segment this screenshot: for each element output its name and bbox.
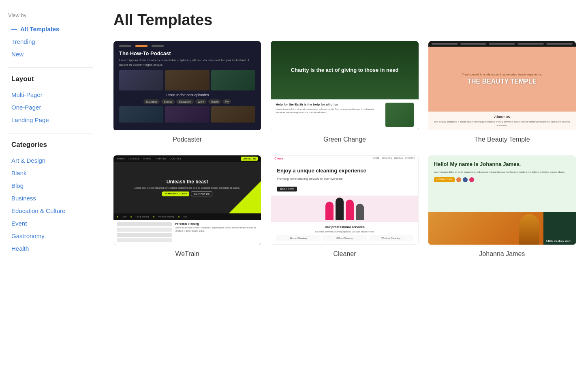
beauty-temple-name: The Beauty Temple <box>428 130 576 146</box>
sidebar-layout-nav: Multi-Pager One-Pager Landing Page <box>8 89 93 126</box>
wetrain-name: WeTrain <box>113 245 261 260</box>
template-card-podcaster[interactable]: The How-To Podcast Lorem ipsum dolor sit… <box>113 41 261 146</box>
template-grid: The How-To Podcast Lorem ipsum dolor sit… <box>113 41 576 260</box>
sidebar-item-event[interactable]: Event <box>8 217 93 229</box>
template-card-green-change[interactable]: Charity is the act of giving to those in… <box>271 41 418 146</box>
cleaner-title: Enjoy a unique cleaning experience <box>277 168 412 174</box>
template-card-johanna-james[interactable]: Hello! My name is Johanna James. Lorem i… <box>428 155 576 260</box>
template-thumb-podcaster: The How-To Podcast Lorem ipsum dolor sit… <box>113 41 261 130</box>
sidebar-item-multi-pager[interactable]: Multi-Pager <box>8 89 93 101</box>
template-thumb-green: Charity is the act of giving to those in… <box>271 41 418 130</box>
sidebar-item-all-templates[interactable]: All Templates <box>8 23 93 35</box>
johanna-james-name: Johanna James <box>428 245 576 260</box>
template-card-beauty-temple[interactable]: Treat yourself to a relaxing and rejuven… <box>428 41 576 146</box>
template-thumb-beauty: Treat yourself to a relaxing and rejuven… <box>428 41 576 130</box>
layout-title: Layout <box>8 75 93 83</box>
categories-title: Categories <box>8 141 93 149</box>
template-card-wetrain[interactable]: weTrain CLASSES PLANS TRAINERS CONTACT C… <box>113 155 261 260</box>
sidebar-item-gastronomy[interactable]: Gastronomy <box>8 230 93 242</box>
podcaster-name: Podcaster <box>113 130 261 146</box>
podcaster-hero: The How-To Podcast <box>119 50 255 56</box>
main-content: All Templates The How-To Podcast Lorem i… <box>101 0 588 370</box>
sidebar-item-art-design[interactable]: Art & Design <box>8 155 93 166</box>
template-thumb-wetrain: weTrain CLASSES PLANS TRAINERS CONTACT C… <box>113 155 261 245</box>
wetrain-hero: Unleash the beast <box>135 179 240 185</box>
green-change-name: Green Change <box>271 130 418 146</box>
view-by-label: View by <box>8 12 93 18</box>
sidebar-item-blog[interactable]: Blog <box>8 180 93 191</box>
sidebar-item-health[interactable]: Health <box>8 243 93 254</box>
cleaner-name: Cleaner <box>271 245 418 260</box>
template-thumb-cleaner: Cleanr HOME SERVICES PRICING CONTACT Enj… <box>271 155 418 245</box>
template-card-cleaner[interactable]: Cleanr HOME SERVICES PRICING CONTACT Enj… <box>271 155 418 260</box>
sidebar-nav: All Templates Trending New <box>8 23 93 60</box>
sidebar-divider-2 <box>8 133 93 133</box>
sidebar-divider-1 <box>8 67 93 68</box>
sidebar-item-new[interactable]: New <box>8 48 93 60</box>
template-thumb-johanna: Hello! My name is Johanna James. Lorem i… <box>428 155 576 245</box>
sidebar-item-landing-page[interactable]: Landing Page <box>8 114 93 126</box>
sidebar-item-trending[interactable]: Trending <box>8 36 93 47</box>
sidebar-item-one-pager[interactable]: One-Pager <box>8 101 93 113</box>
sidebar-categories-nav: Art & Design Blank Blog Business Educati… <box>8 155 93 254</box>
sidebar-item-business[interactable]: Business <box>8 192 93 204</box>
johanna-name-text: Hello! My name is Johanna James. <box>434 161 570 168</box>
cleaner-services-title: Our professional services <box>276 225 413 229</box>
green-bottom-title: Help for the Earth is the help for all o… <box>276 103 381 106</box>
green-hero: Charity is the act of giving to those in… <box>291 67 399 74</box>
page-title: All Templates <box>113 11 576 29</box>
sidebar: View by All Templates Trending New Layou… <box>0 0 101 370</box>
podcaster-subtext: Lorem ipsum dolor sit amet consectetur a… <box>119 58 255 67</box>
sidebar-item-education-culture[interactable]: Education & Culture <box>8 205 93 217</box>
sidebar-item-blank[interactable]: Blank <box>8 167 93 179</box>
